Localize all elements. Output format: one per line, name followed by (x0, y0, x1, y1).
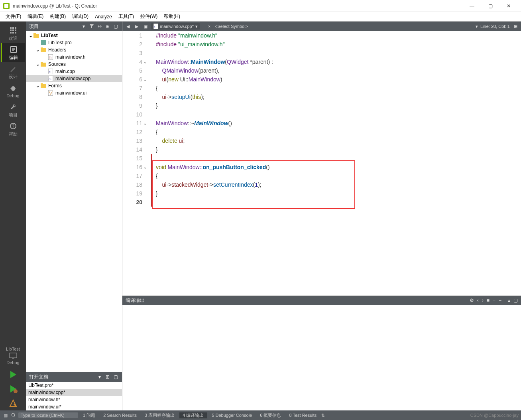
close-panel-icon[interactable]: ▢ (112, 374, 119, 380)
change-marker (151, 154, 152, 207)
close-button[interactable]: ✕ (499, 0, 518, 12)
menu-debug[interactable]: 调试(D) (69, 12, 92, 21)
svg-rect-7 (12, 32, 14, 34)
zoom-out-icon[interactable]: − (499, 298, 501, 303)
edit-icon (9, 45, 18, 54)
svg-text:c+: c+ (49, 71, 52, 73)
svg-rect-2 (15, 27, 16, 29)
zoom-in-icon[interactable]: + (493, 298, 495, 303)
svg-point-13 (11, 86, 15, 91)
svg-line-40 (14, 416, 16, 417)
projects-panel-header: 项目 ▾ ⇔ ⊞ ▢ (26, 22, 122, 31)
open-doc-2[interactable]: mainwindow.h* (26, 396, 122, 403)
tree-form-file[interactable]: mainwindow.ui (26, 89, 122, 97)
kit-selector[interactable]: LibTest Debug (1, 344, 25, 367)
activity-help[interactable]: ? 帮助 (1, 120, 25, 139)
menu-widgets[interactable]: 控件(W) (137, 12, 161, 21)
build-button[interactable] (1, 396, 25, 410)
maximize-button[interactable]: ▢ (481, 0, 499, 12)
prev-icon[interactable]: ‹ (477, 298, 479, 303)
run-button[interactable] (1, 367, 25, 382)
tree-pro[interactable]: LibTest.pro (26, 39, 122, 46)
pro-icon (40, 39, 47, 46)
cpp-icon: c+ (47, 75, 54, 82)
activity-edit[interactable]: 编辑 (1, 43, 25, 62)
split-icon[interactable]: ⊞ (512, 23, 519, 30)
menu-edit[interactable]: 编辑(E) (24, 12, 47, 21)
menu-tools[interactable]: 工具(T) (115, 12, 137, 21)
cpp-icon: c+ (153, 24, 158, 29)
bookmark-icon[interactable]: ▣ (142, 23, 149, 30)
chevron-down-icon[interactable]: ▾ (476, 24, 478, 29)
chevron-down-icon: ▾ (195, 24, 198, 29)
locator-input[interactable]: Type to locate (Ctrl+K) (18, 412, 78, 418)
project-tree[interactable]: ⌄LibTest LibTest.pro ⌄Headers hmainwindo… (26, 31, 122, 372)
nav-forward-icon[interactable]: ▶ (134, 23, 140, 30)
link-icon[interactable]: ⇔ (96, 23, 103, 30)
chevron-down-icon[interactable]: ▾ (81, 23, 87, 30)
stop-icon[interactable]: ■ (487, 298, 490, 303)
close-file-icon[interactable]: × (206, 23, 212, 30)
ui-icon (47, 90, 54, 96)
wrench-icon (9, 103, 18, 111)
chevron-up-down-icon[interactable]: ⇅ (321, 413, 325, 418)
filter-icon[interactable] (88, 23, 95, 30)
menu-file[interactable]: 文件(F) (2, 12, 24, 21)
tree-headers[interactable]: ⌄Headers (26, 46, 122, 53)
expand-icon[interactable]: ▴ (508, 298, 510, 303)
open-doc-0[interactable]: LibTest.pro* (26, 382, 122, 389)
folder-icon (40, 83, 47, 89)
tree-header-file[interactable]: hmainwindow.h (26, 53, 122, 61)
filter-icon[interactable]: ⚙ (470, 298, 474, 303)
app-icon (3, 3, 10, 9)
activity-projects[interactable]: 项目 (1, 101, 25, 120)
code-editor[interactable]: 123 456 78910 11121314 15161718 1920 #in… (122, 31, 521, 296)
tree-sources[interactable]: ⌄Sources (26, 61, 122, 68)
run-debug-button[interactable] (1, 382, 25, 396)
output-panel: 编译输出 ⚙ ‹ › ■ + − ▴ ▢ (122, 296, 521, 410)
open-doc-1[interactable]: mainwindow.cpp* (26, 389, 122, 396)
close-output-icon[interactable]: ▢ (513, 298, 518, 303)
help-icon: ? (9, 122, 18, 130)
activity-bar: 欢迎 编辑 设计 Debug 项目 ? 帮助 LibTest Debug (0, 22, 26, 410)
toggle-sidebar-icon[interactable]: ▥ (2, 412, 9, 418)
menu-build[interactable]: 构建(B) (47, 12, 69, 21)
nav-back-icon[interactable]: ◀ (125, 23, 131, 30)
open-doc-3[interactable]: mainwindow.ui* (26, 403, 122, 410)
next-icon[interactable]: › (482, 298, 484, 303)
svg-text:c+: c+ (49, 78, 52, 81)
svg-rect-6 (10, 32, 12, 34)
status-tab-issues[interactable]: 1 问题 (80, 412, 98, 418)
status-tab-compile[interactable]: 4 编译输出 (179, 412, 207, 418)
activity-welcome[interactable]: 欢迎 (1, 24, 25, 43)
activity-debug[interactable]: Debug (1, 81, 25, 101)
add-split-icon[interactable]: ⊞ (104, 23, 111, 30)
tree-src-mainwindow[interactable]: c+mainwindow.cpp (26, 75, 122, 82)
line-numbers: 123 456 78910 11121314 15161718 1920 (122, 31, 145, 296)
output-header: 编译输出 ⚙ ‹ › ■ + − ▴ ▢ (122, 296, 521, 305)
chevron-down-icon[interactable]: ▾ (96, 374, 103, 380)
svg-rect-22 (33, 33, 36, 35)
svg-rect-0 (10, 27, 12, 29)
symbol-dropdown[interactable]: <Select Symbol> (215, 24, 248, 29)
tree-src-main[interactable]: c+main.cpp (26, 68, 122, 75)
status-tab-search[interactable]: 2 Search Results (100, 413, 140, 418)
status-tab-tests[interactable]: 8 Test Results (286, 413, 320, 418)
tree-forms[interactable]: ⌄Forms (26, 82, 122, 89)
minimize-button[interactable]: — (463, 0, 481, 12)
add-split-icon[interactable]: ⊞ (104, 374, 111, 380)
menu-help[interactable]: 帮助(H) (161, 12, 183, 21)
tree-root[interactable]: ⌄LibTest (26, 32, 122, 39)
close-panel-icon[interactable]: ▢ (112, 23, 119, 30)
status-tab-general[interactable]: 6 概要信息 (257, 412, 284, 418)
menu-analyze[interactable]: Analyze (92, 13, 115, 20)
activity-design[interactable]: 设计 (1, 62, 25, 81)
open-docs-header: 打开文档 ▾ ⊞ ▢ (26, 372, 122, 382)
status-tab-appout[interactable]: 3 应用程序输出 (142, 412, 178, 418)
status-tab-debugger[interactable]: 5 Debugger Console (208, 413, 255, 418)
search-icon[interactable] (10, 412, 17, 418)
code-area[interactable]: #include "mainwindow.h" #include "ui_mai… (153, 31, 521, 296)
open-docs-list[interactable]: LibTest.pro* mainwindow.cpp* mainwindow.… (26, 382, 122, 410)
file-dropdown[interactable]: c+ mainwindow.cpp* ▾ (151, 23, 200, 30)
output-body[interactable] (122, 305, 521, 410)
